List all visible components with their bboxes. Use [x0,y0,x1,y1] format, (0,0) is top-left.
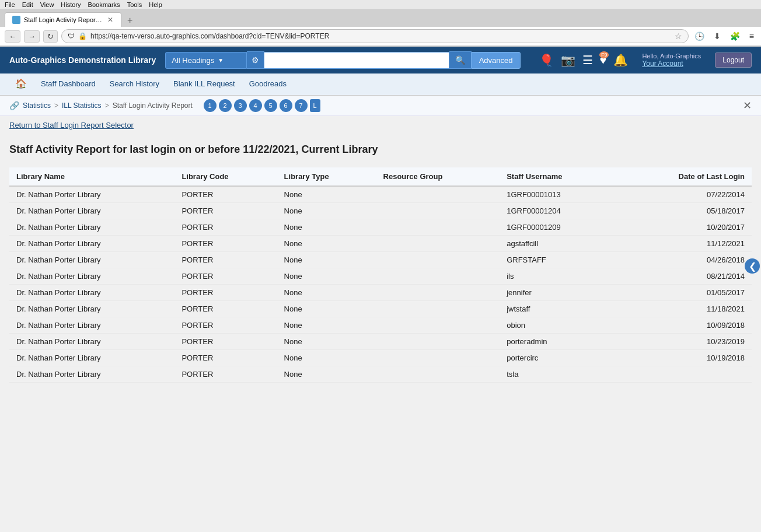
advanced-search-button[interactable]: Advanced [472,52,521,69]
page-1[interactable]: 1 [204,99,217,112]
camera-icon[interactable]: 📷 [561,53,575,67]
page-6[interactable]: 6 [280,99,292,112]
cell-library-code: PORTER [174,301,277,317]
lock-icon: 🔒 [78,32,87,40]
history-icon[interactable]: 🕒 [692,30,707,42]
nav-goodreads[interactable]: Goodreads [243,75,292,94]
page-l[interactable]: L [310,99,320,112]
cell-library-type: None [277,203,376,219]
shield-icon: 🛡 [68,32,75,40]
new-tab-button[interactable]: + [124,14,136,27]
search-input[interactable] [264,52,449,69]
back-button[interactable]: ← [5,30,20,43]
page-4[interactable]: 4 [249,99,262,112]
cell-library-type: None [277,301,376,317]
cell-library-code: PORTER [174,219,277,236]
breadcrumb: 🔗 Statistics > ILL Statistics > Staff Lo… [9,99,320,112]
table-row: Dr. Nathan Porter LibraryPORTERNoneobion… [9,317,752,334]
browser-right-icons: 🕒 ⬇ 🧩 ≡ [692,30,756,42]
menu-edit[interactable]: Edit [22,1,33,8]
logout-button[interactable]: Logout [715,52,752,68]
table-row: Dr. Nathan Porter LibraryPORTERNoneporte… [9,334,752,350]
report-link-bar: Return to Staff Login Report Selector [0,116,761,134]
download-icon[interactable]: ⬇ [711,30,723,42]
page-5[interactable]: 5 [264,99,277,112]
balloon-icon[interactable]: 🎈 [539,53,554,67]
link-icon: 🔗 [9,101,19,110]
breadcrumb-sep-2: > [105,102,109,110]
nav-bar: 🏠 Staff Dashboard Search History Blank I… [0,74,761,96]
col-library-type: Library Type [277,167,376,186]
cell-staff-username: GRFSTAFF [500,252,617,268]
tab-title: Staff Login Activity Report | TE… [24,16,102,23]
menu-help[interactable]: Help [149,1,162,8]
your-account-link[interactable]: Your Account [642,60,683,68]
active-tab[interactable]: Staff Login Activity Report | TE… ✕ [5,12,121,27]
col-library-code: Library Code [174,167,277,186]
nav-blank-ill[interactable]: Blank ILL Request [167,75,241,94]
cell-library-code: PORTER [174,366,277,383]
table-row: Dr. Nathan Porter LibraryPORTERNone1GRF0… [9,203,752,219]
report-table: Library Name Library Code Library Type R… [9,167,752,383]
menu-file[interactable]: File [5,1,15,8]
cell-library-code: PORTER [174,334,277,350]
cell-library-code: PORTER [174,317,277,334]
page-2[interactable]: 2 [219,99,232,112]
refresh-button[interactable]: ↻ [43,30,58,43]
cell-resource-group [376,236,500,252]
cell-library-code: PORTER [174,268,277,285]
browser-menu-icon[interactable]: ≡ [747,30,756,42]
search-go-button[interactable]: 🔍 [449,51,472,69]
report-content: Staff Activity Report for last login on … [0,134,761,392]
cell-library-code: PORTER [174,285,277,301]
cell-date-last-login: 10/20/2017 [617,219,752,236]
cell-library-type: None [277,268,376,285]
heart-icon[interactable]: ♥ F9 [600,54,607,67]
filter-icon-button[interactable]: ⚙ [247,51,264,69]
scroll-left-button[interactable]: ❮ [745,258,760,274]
header-right-icons: 🎈 📷 ☰ ♥ F9 🔔 [539,53,629,67]
list-icon[interactable]: ☰ [582,53,593,67]
menu-tools[interactable]: Tools [127,1,142,8]
cell-resource-group [376,301,500,317]
report-title: Staff Activity Report for last login on … [9,144,752,156]
breadcrumb-bar: 🔗 Statistics > ILL Statistics > Staff Lo… [0,96,761,116]
nav-home[interactable]: 🏠 [9,74,33,95]
nav-search-history[interactable]: Search History [104,75,165,94]
col-staff-username: Staff Username [500,167,617,186]
breadcrumb-statistics[interactable]: Statistics [23,102,51,110]
table-row: Dr. Nathan Porter LibraryPORTERNoneporte… [9,350,752,366]
cell-staff-username: porteradmin [500,334,617,350]
cell-library-code: PORTER [174,203,277,219]
forward-button[interactable]: → [24,30,40,43]
nav-staff-dashboard[interactable]: Staff Dashboard [35,75,102,94]
heading-dropdown[interactable]: All Headings ▼ [165,52,247,69]
table-row: Dr. Nathan Porter LibraryPORTERNoneGRFST… [9,252,752,268]
heart-badge: F9 [599,51,609,58]
cell-staff-username: tsla [500,366,617,383]
menu-view[interactable]: View [40,1,54,8]
close-button[interactable]: ✕ [743,99,752,112]
cell-resource-group [376,219,500,236]
browser-menu-bar: File Edit View History Bookmarks Tools H… [0,0,761,10]
cell-date-last-login: 10/19/2018 [617,350,752,366]
bell-icon[interactable]: 🔔 [613,53,628,67]
extensions-icon[interactable]: 🧩 [728,30,742,42]
breadcrumb-ill-statistics[interactable]: ILL Statistics [62,102,102,110]
menu-history[interactable]: History [61,1,81,8]
cell-library-name: Dr. Nathan Porter Library [9,203,174,219]
table-row: Dr. Nathan Porter LibraryPORTERNone1GRF0… [9,219,752,236]
table-row: Dr. Nathan Porter LibraryPORTERNoneils08… [9,268,752,285]
bookmark-icon[interactable]: ☆ [675,32,682,41]
return-to-selector-link[interactable]: Return to Staff Login Report Selector [9,121,134,130]
cell-date-last-login: 10/23/2019 [617,334,752,350]
address-box[interactable]: 🛡 🔒 https://qa-tenv-verso.auto-graphics.… [61,29,689,43]
page-3[interactable]: 3 [234,99,247,112]
browser-tab-bar: Staff Login Activity Report | TE… ✕ + [0,10,761,27]
page-7[interactable]: 7 [295,99,308,112]
cell-library-type: None [277,317,376,334]
cell-date-last-login: 10/09/2018 [617,317,752,334]
menu-bookmarks[interactable]: Bookmarks [88,1,120,8]
tab-close-button[interactable]: ✕ [106,15,115,24]
cell-library-type: None [277,350,376,366]
